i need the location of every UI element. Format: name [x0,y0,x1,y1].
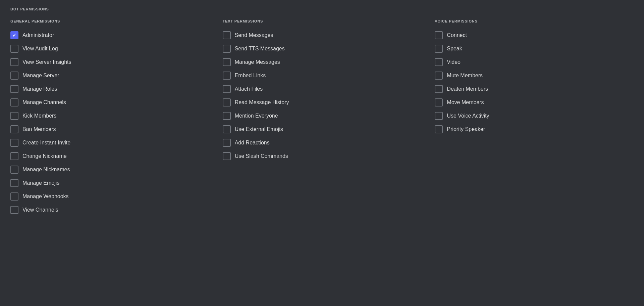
permission-label-video: Video [447,59,461,65]
permission-label-manage-server: Manage Server [22,73,59,79]
permission-label-attach-files: Attach Files [235,86,263,92]
permission-item-view-channels[interactable]: View Channels [10,203,209,217]
permission-item-use-external-emojis[interactable]: Use External Emojis [223,123,422,136]
checkbox-manage-roles[interactable] [10,85,18,93]
checkbox-administrator[interactable] [10,31,18,39]
checkbox-video[interactable] [435,58,443,66]
permission-item-use-voice-activity[interactable]: Use Voice Activity [435,109,634,123]
checkbox-view-channels[interactable] [10,206,18,214]
checkbox-create-instant-invite[interactable] [10,139,18,147]
permission-item-kick-members[interactable]: Kick Members [10,109,209,123]
checkbox-send-messages[interactable] [223,31,231,39]
permission-label-mute-members: Mute Members [447,73,483,79]
checkbox-embed-links[interactable] [223,72,231,80]
checkbox-manage-webhooks[interactable] [10,192,18,201]
permission-label-manage-webhooks: Manage Webhooks [22,193,69,200]
checkbox-use-voice-activity[interactable] [435,112,443,120]
page-title: BOT PERMISSIONS [10,7,634,11]
permission-item-send-tts-messages[interactable]: Send TTS Messages [223,42,422,55]
permission-item-view-audit-log[interactable]: View Audit Log [10,42,209,55]
column-text: TEXT PERMISSIONSSend MessagesSend TTS Me… [223,19,422,163]
permission-item-video[interactable]: Video [435,55,634,69]
permission-label-priority-speaker: Priority Speaker [447,126,485,132]
checkbox-speak[interactable] [435,45,443,53]
permission-item-manage-emojis[interactable]: Manage Emojis [10,176,209,190]
checkbox-manage-emojis[interactable] [10,179,18,187]
checkbox-move-members[interactable] [435,98,443,106]
permission-label-use-voice-activity: Use Voice Activity [447,113,489,119]
permission-label-view-audit-log: View Audit Log [22,46,58,52]
permission-label-ban-members: Ban Members [22,126,56,132]
checkbox-manage-server[interactable] [10,72,18,80]
permission-item-ban-members[interactable]: Ban Members [10,123,209,136]
permission-item-read-message-history[interactable]: Read Message History [223,96,422,109]
permission-label-mention-everyone: Mention Everyone [235,113,278,119]
checkbox-kick-members[interactable] [10,112,18,120]
permission-label-read-message-history: Read Message History [235,99,289,105]
checkbox-use-slash-commands[interactable] [223,152,231,160]
permission-item-create-instant-invite[interactable]: Create Instant Invite [10,136,209,149]
permission-item-manage-roles[interactable]: Manage Roles [10,82,209,96]
permission-label-speak: Speak [447,46,462,52]
permission-label-kick-members: Kick Members [22,113,56,119]
permission-item-manage-webhooks[interactable]: Manage Webhooks [10,190,209,203]
permission-label-deafen-members: Deafen Members [447,86,488,92]
permission-item-embed-links[interactable]: Embed Links [223,69,422,82]
permission-item-mute-members[interactable]: Mute Members [435,69,634,82]
permission-item-connect[interactable]: Connect [435,29,634,42]
checkbox-connect[interactable] [435,31,443,39]
checkbox-view-server-insights[interactable] [10,58,18,66]
permission-item-priority-speaker[interactable]: Priority Speaker [435,123,634,136]
checkbox-priority-speaker[interactable] [435,125,443,133]
permission-label-manage-nicknames: Manage Nicknames [22,167,70,173]
permission-label-manage-roles: Manage Roles [22,86,57,92]
permission-item-send-messages[interactable]: Send Messages [223,29,422,42]
column-header-text: TEXT PERMISSIONS [223,19,422,23]
permission-label-connect: Connect [447,32,467,38]
permission-item-administrator[interactable]: Administrator [10,29,209,42]
permission-item-manage-server[interactable]: Manage Server [10,69,209,82]
checkbox-ban-members[interactable] [10,125,18,133]
checkbox-mention-everyone[interactable] [223,112,231,120]
checkbox-read-message-history[interactable] [223,98,231,106]
permission-item-deafen-members[interactable]: Deafen Members [435,82,634,96]
checkbox-attach-files[interactable] [223,85,231,93]
column-general: GENERAL PERMISSIONSAdministratorView Aud… [10,19,209,217]
checkbox-deafen-members[interactable] [435,85,443,93]
permission-label-view-server-insights: View Server Insights [22,59,71,65]
checkbox-use-external-emojis[interactable] [223,125,231,133]
column-header-voice: VOICE PERMISSIONS [435,19,634,23]
permission-item-manage-channels[interactable]: Manage Channels [10,96,209,109]
permission-item-mention-everyone[interactable]: Mention Everyone [223,109,422,123]
permission-label-use-external-emojis: Use External Emojis [235,126,283,132]
permission-item-add-reactions[interactable]: Add Reactions [223,136,422,149]
permission-item-manage-messages[interactable]: Manage Messages [223,55,422,69]
permission-label-move-members: Move Members [447,99,484,105]
checkbox-manage-channels[interactable] [10,98,18,106]
permission-label-create-instant-invite: Create Instant Invite [22,140,70,146]
permission-label-change-nickname: Change Nickname [22,153,67,159]
permission-item-attach-files[interactable]: Attach Files [223,82,422,96]
permission-label-manage-emojis: Manage Emojis [22,180,59,186]
checkbox-mute-members[interactable] [435,72,443,80]
column-voice: VOICE PERMISSIONSConnectSpeakVideoMute M… [435,19,634,136]
permissions-grid: GENERAL PERMISSIONSAdministratorView Aud… [10,19,634,217]
permission-label-send-messages: Send Messages [235,32,273,38]
permission-label-use-slash-commands: Use Slash Commands [235,153,288,159]
permission-item-use-slash-commands[interactable]: Use Slash Commands [223,149,422,163]
permission-item-move-members[interactable]: Move Members [435,96,634,109]
checkbox-change-nickname[interactable] [10,152,18,160]
permission-label-view-channels: View Channels [22,207,58,213]
permission-item-speak[interactable]: Speak [435,42,634,55]
permission-label-add-reactions: Add Reactions [235,140,270,146]
permission-item-view-server-insights[interactable]: View Server Insights [10,55,209,69]
permission-item-manage-nicknames[interactable]: Manage Nicknames [10,163,209,176]
checkbox-send-tts-messages[interactable] [223,45,231,53]
checkbox-view-audit-log[interactable] [10,45,18,53]
checkbox-add-reactions[interactable] [223,139,231,147]
column-header-general: GENERAL PERMISSIONS [10,19,209,23]
permission-item-change-nickname[interactable]: Change Nickname [10,149,209,163]
permission-label-send-tts-messages: Send TTS Messages [235,46,285,52]
checkbox-manage-messages[interactable] [223,58,231,66]
checkbox-manage-nicknames[interactable] [10,166,18,174]
